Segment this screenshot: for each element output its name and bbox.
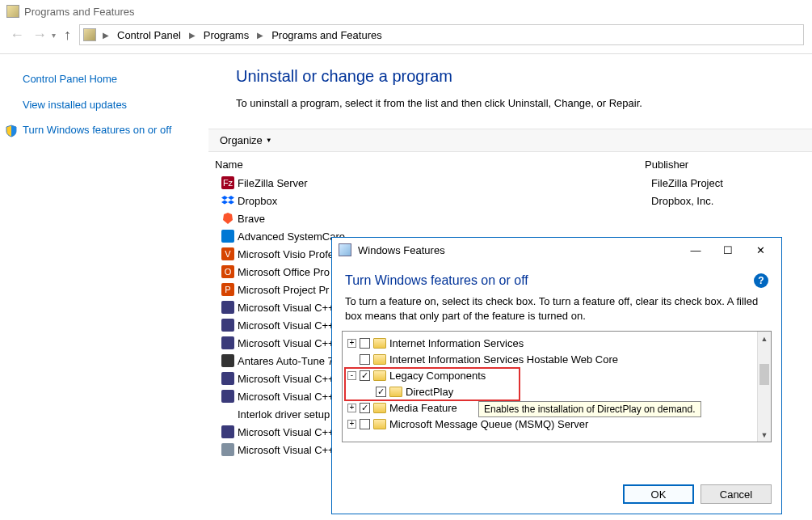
feature-label: Microsoft Message Queue (MSMQ) Server <box>389 418 588 430</box>
ok-button[interactable]: OK <box>623 484 694 504</box>
window-titlebar: Programs and Features <box>0 0 812 23</box>
feature-label: DirectPlay <box>406 386 453 398</box>
program-name: Microsoft Visual C++ <box>238 302 334 314</box>
dropbox-icon <box>221 194 234 207</box>
folder-icon <box>389 387 402 397</box>
cancel-button[interactable]: Cancel <box>701 484 772 504</box>
program-name: Dropbox <box>238 195 277 207</box>
page-description: To uninstall a program, select it from t… <box>236 97 812 109</box>
scroll-thumb[interactable] <box>759 364 769 385</box>
column-publisher[interactable]: Publisher <box>645 159 812 171</box>
program-name: Advanced SystemCare <box>238 230 345 243</box>
program-icon <box>221 390 234 403</box>
tree-expander[interactable]: + <box>347 420 356 429</box>
sidebar: Control Panel Home View installed update… <box>0 54 208 518</box>
feature-tree: +Internet Information ServicesInternet I… <box>342 331 772 442</box>
back-button[interactable]: ← <box>10 27 24 44</box>
program-name: Microsoft Visual C++ <box>238 391 334 403</box>
tree-scrollbar[interactable]: ▲ ▼ <box>757 332 771 442</box>
feature-row[interactable]: ✓DirectPlay <box>346 383 756 400</box>
folder-icon <box>373 370 386 381</box>
program-icon <box>221 301 234 314</box>
history-dropdown[interactable]: ▾ <box>52 31 56 40</box>
feature-checkbox[interactable]: ✓ <box>360 403 370 413</box>
feature-label: Legacy Components <box>389 370 486 382</box>
program-name: Microsoft Visual C++ <box>238 337 334 349</box>
feature-checkbox[interactable]: ✓ <box>376 387 386 397</box>
scroll-up-icon[interactable]: ▲ <box>758 332 771 345</box>
window-title: Programs and Features <box>24 6 135 18</box>
maximize-button[interactable]: ☐ <box>712 244 744 256</box>
windows-features-dialog: Windows Features — ☐ ✕ Turn Windows feat… <box>331 237 782 514</box>
forward-button[interactable]: → <box>32 27 47 44</box>
sidebar-link-updates[interactable]: View installed updates <box>23 98 199 112</box>
program-icon <box>221 336 234 349</box>
program-row[interactable]: FzFileZilla ServerFileZilla Project <box>208 174 812 192</box>
organize-button[interactable]: Organize <box>220 134 263 146</box>
program-name: Microsoft Office Pro <box>238 266 330 278</box>
program-name: Microsoft Visual C++ <box>238 319 334 332</box>
program-row[interactable]: DropboxDropbox, Inc. <box>208 192 812 209</box>
program-icon: V <box>221 247 234 260</box>
dialog-title: Windows Features <box>358 244 679 256</box>
program-name: Microsoft Visual C++ <box>238 373 334 385</box>
folder-icon <box>373 354 386 365</box>
feature-label: Internet Information Services <box>389 337 524 349</box>
program-icon: P <box>221 283 234 296</box>
sidebar-link-home[interactable]: Control Panel Home <box>23 72 199 87</box>
tree-expander[interactable]: - <box>347 371 356 380</box>
feature-row[interactable]: +Internet Information Services <box>346 335 756 351</box>
breadcrumb-icon <box>83 28 96 41</box>
folder-icon <box>373 419 386 429</box>
program-name: Microsoft Project Pr <box>238 284 329 296</box>
minimize-button[interactable]: — <box>679 244 712 256</box>
program-icon: ⚙ <box>221 408 234 421</box>
up-button[interactable]: ↑ <box>64 27 71 44</box>
program-row[interactable]: Brave <box>208 209 812 227</box>
breadcrumb-item[interactable]: Programs <box>202 29 250 41</box>
dialog-heading: Turn Windows features on or off <box>345 273 528 288</box>
feature-checkbox[interactable] <box>360 419 370 429</box>
column-name[interactable]: Name <box>208 159 645 171</box>
feature-row[interactable]: Internet Information Services Hostable W… <box>346 351 756 367</box>
program-name: FileZilla Server <box>238 177 308 189</box>
chevron-right-icon: ▶ <box>99 31 112 40</box>
tooltip: Enables the installation of DirectPlay o… <box>478 401 701 417</box>
chevron-down-icon[interactable]: ▼ <box>266 137 272 144</box>
program-icon <box>221 425 234 438</box>
close-button[interactable]: ✕ <box>744 244 776 256</box>
breadcrumb-item[interactable]: Control Panel <box>116 29 183 41</box>
chevron-right-icon: ▶ <box>186 31 199 40</box>
program-icon <box>221 354 234 367</box>
list-header: Name Publisher <box>208 152 812 174</box>
chevron-right-icon: ▶ <box>254 31 267 40</box>
breadcrumb-item[interactable]: Programs and Features <box>270 29 384 41</box>
brave-icon <box>221 212 234 225</box>
program-icon <box>221 372 234 385</box>
dialog-titlebar[interactable]: Windows Features — ☐ ✕ <box>332 238 781 262</box>
dialog-heading-row: Turn Windows features on or off ? <box>332 262 781 293</box>
program-icon: O <box>221 265 234 278</box>
help-icon[interactable]: ? <box>754 273 768 288</box>
feature-checkbox[interactable] <box>360 338 370 349</box>
program-name: Antares Auto-Tune 7 <box>238 355 334 367</box>
feature-row[interactable]: +Microsoft Message Queue (MSMQ) Server <box>346 416 756 432</box>
feature-row[interactable]: -✓Legacy Components <box>346 367 756 383</box>
tree-expander[interactable]: + <box>347 339 356 348</box>
shield-icon <box>5 125 18 137</box>
folder-icon <box>373 338 386 349</box>
program-name: Brave <box>238 213 265 225</box>
page-heading: Uninstall or change a program <box>236 67 812 86</box>
scroll-down-icon[interactable]: ▼ <box>758 428 771 442</box>
sidebar-link-features[interactable]: Turn Windows features on or off <box>23 123 171 137</box>
feature-checkbox[interactable]: ✓ <box>360 370 370 381</box>
feature-label: Media Feature <box>389 402 457 414</box>
programs-icon <box>6 5 19 18</box>
feature-checkbox[interactable] <box>360 354 370 365</box>
windows-features-icon <box>339 243 351 256</box>
breadcrumb[interactable]: ▶ Control Panel ▶ Programs ▶ Programs an… <box>79 24 804 45</box>
navigation-bar: ← → ▾ ↑ ▶ Control Panel ▶ Programs ▶ Pro… <box>0 23 812 54</box>
program-name: Microsoft Visio Profe <box>238 248 334 260</box>
organize-toolbar: Organize ▼ <box>208 129 812 152</box>
tree-expander[interactable]: + <box>347 404 356 412</box>
